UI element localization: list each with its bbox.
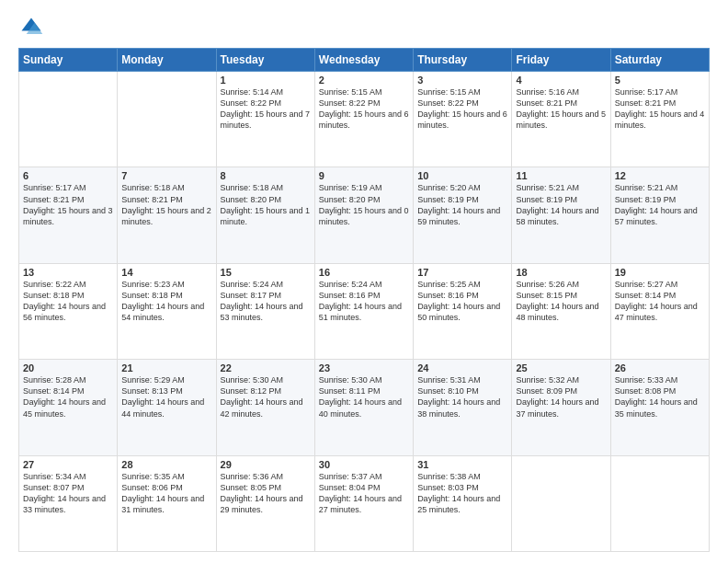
calendar-cell [19, 72, 118, 167]
calendar-cell: 15Sunrise: 5:24 AMSunset: 8:17 PMDayligh… [216, 263, 314, 359]
calendar-table: SundayMondayTuesdayWednesdayThursdayFrid… [18, 48, 710, 552]
day-info: Sunrise: 5:33 AMSunset: 8:08 PMDaylight:… [615, 374, 705, 419]
day-number: 12 [615, 170, 705, 181]
day-number: 9 [319, 170, 409, 181]
calendar-cell [118, 72, 216, 167]
calendar-cell: 26Sunrise: 5:33 AMSunset: 8:08 PMDayligh… [610, 360, 709, 455]
day-info: Sunrise: 5:21 AMSunset: 8:19 PMDaylight:… [516, 182, 606, 227]
calendar-cell: 24Sunrise: 5:31 AMSunset: 8:10 PMDayligh… [414, 360, 512, 455]
weekday-header: Thursday [414, 49, 512, 72]
day-number: 2 [319, 75, 409, 86]
calendar-cell: 25Sunrise: 5:32 AMSunset: 8:09 PMDayligh… [512, 360, 610, 455]
day-info: Sunrise: 5:37 AMSunset: 8:04 PMDaylight:… [319, 471, 409, 516]
day-info: Sunrise: 5:35 AMSunset: 8:06 PMDaylight:… [121, 471, 211, 516]
day-number: 24 [417, 362, 507, 373]
day-number: 10 [417, 170, 507, 181]
calendar-cell: 4Sunrise: 5:16 AMSunset: 8:21 PMDaylight… [512, 72, 610, 167]
calendar-cell: 16Sunrise: 5:24 AMSunset: 8:16 PMDayligh… [314, 263, 413, 359]
day-info: Sunrise: 5:32 AMSunset: 8:09 PMDaylight:… [516, 374, 606, 419]
day-number: 23 [319, 362, 409, 373]
day-info: Sunrise: 5:29 AMSunset: 8:13 PMDaylight:… [121, 374, 211, 419]
day-info: Sunrise: 5:28 AMSunset: 8:14 PMDaylight:… [23, 374, 113, 419]
weekday-header: Sunday [19, 49, 118, 72]
day-number: 27 [23, 459, 113, 470]
day-info: Sunrise: 5:25 AMSunset: 8:16 PMDaylight:… [417, 279, 507, 324]
day-number: 14 [121, 267, 211, 278]
weekday-header: Monday [118, 49, 216, 72]
day-number: 28 [121, 459, 211, 470]
day-number: 16 [319, 267, 409, 278]
calendar-cell: 30Sunrise: 5:37 AMSunset: 8:04 PMDayligh… [314, 455, 413, 551]
calendar-cell: 9Sunrise: 5:19 AMSunset: 8:20 PMDaylight… [314, 167, 413, 263]
day-number: 8 [221, 170, 311, 181]
day-number: 29 [221, 459, 311, 470]
calendar-cell: 7Sunrise: 5:18 AMSunset: 8:21 PMDaylight… [118, 167, 216, 263]
calendar-cell [512, 455, 610, 551]
weekday-header: Wednesday [314, 49, 413, 72]
calendar-cell: 8Sunrise: 5:18 AMSunset: 8:20 PMDaylight… [216, 167, 314, 263]
day-info: Sunrise: 5:15 AMSunset: 8:22 PMDaylight:… [417, 86, 507, 132]
day-number: 25 [516, 362, 606, 373]
day-info: Sunrise: 5:31 AMSunset: 8:10 PMDaylight:… [417, 374, 507, 419]
day-number: 18 [516, 267, 606, 278]
calendar-cell: 19Sunrise: 5:27 AMSunset: 8:14 PMDayligh… [610, 263, 709, 359]
day-number: 21 [121, 362, 211, 373]
calendar-week-row: 1Sunrise: 5:14 AMSunset: 8:22 PMDaylight… [19, 72, 710, 167]
calendar-cell: 31Sunrise: 5:38 AMSunset: 8:03 PMDayligh… [414, 455, 512, 551]
calendar-cell: 5Sunrise: 5:17 AMSunset: 8:21 PMDaylight… [610, 72, 709, 167]
day-info: Sunrise: 5:14 AMSunset: 8:22 PMDaylight:… [221, 86, 311, 132]
logo-icon [18, 15, 44, 40]
day-number: 15 [221, 267, 311, 278]
calendar-cell: 22Sunrise: 5:30 AMSunset: 8:12 PMDayligh… [216, 360, 314, 455]
day-info: Sunrise: 5:24 AMSunset: 8:17 PMDaylight:… [221, 279, 311, 324]
calendar-cell: 28Sunrise: 5:35 AMSunset: 8:06 PMDayligh… [118, 455, 216, 551]
day-number: 26 [615, 362, 705, 373]
day-info: Sunrise: 5:22 AMSunset: 8:18 PMDaylight:… [23, 279, 113, 324]
day-info: Sunrise: 5:24 AMSunset: 8:16 PMDaylight:… [319, 279, 409, 324]
calendar-week-row: 6Sunrise: 5:17 AMSunset: 8:21 PMDaylight… [19, 167, 710, 263]
day-info: Sunrise: 5:18 AMSunset: 8:20 PMDaylight:… [221, 182, 311, 227]
day-number: 3 [417, 75, 507, 86]
day-number: 1 [221, 75, 311, 86]
day-info: Sunrise: 5:30 AMSunset: 8:11 PMDaylight:… [319, 374, 409, 419]
calendar-cell: 27Sunrise: 5:34 AMSunset: 8:07 PMDayligh… [19, 455, 118, 551]
calendar-cell: 10Sunrise: 5:20 AMSunset: 8:19 PMDayligh… [414, 167, 512, 263]
day-info: Sunrise: 5:17 AMSunset: 8:21 PMDaylight:… [23, 182, 113, 227]
header [18, 15, 710, 40]
weekday-header: Saturday [610, 49, 709, 72]
calendar-cell: 12Sunrise: 5:21 AMSunset: 8:19 PMDayligh… [610, 167, 709, 263]
day-info: Sunrise: 5:19 AMSunset: 8:20 PMDaylight:… [319, 182, 409, 227]
day-number: 7 [121, 170, 211, 181]
calendar-cell: 14Sunrise: 5:23 AMSunset: 8:18 PMDayligh… [118, 263, 216, 359]
day-info: Sunrise: 5:18 AMSunset: 8:21 PMDaylight:… [121, 182, 211, 227]
day-info: Sunrise: 5:27 AMSunset: 8:14 PMDaylight:… [615, 279, 705, 324]
logo [18, 15, 48, 40]
calendar-cell: 13Sunrise: 5:22 AMSunset: 8:18 PMDayligh… [19, 263, 118, 359]
day-number: 30 [319, 459, 409, 470]
calendar-cell: 18Sunrise: 5:26 AMSunset: 8:15 PMDayligh… [512, 263, 610, 359]
calendar-cell: 29Sunrise: 5:36 AMSunset: 8:05 PMDayligh… [216, 455, 314, 551]
calendar-cell: 3Sunrise: 5:15 AMSunset: 8:22 PMDaylight… [414, 72, 512, 167]
day-info: Sunrise: 5:26 AMSunset: 8:15 PMDaylight:… [516, 279, 606, 324]
calendar-cell: 2Sunrise: 5:15 AMSunset: 8:22 PMDaylight… [314, 72, 413, 167]
day-number: 4 [516, 75, 606, 86]
calendar-cell: 23Sunrise: 5:30 AMSunset: 8:11 PMDayligh… [314, 360, 413, 455]
calendar-week-row: 20Sunrise: 5:28 AMSunset: 8:14 PMDayligh… [19, 360, 710, 455]
day-number: 19 [615, 267, 705, 278]
day-number: 22 [221, 362, 311, 373]
day-info: Sunrise: 5:23 AMSunset: 8:18 PMDaylight:… [121, 279, 211, 324]
day-info: Sunrise: 5:17 AMSunset: 8:21 PMDaylight:… [615, 86, 705, 132]
weekday-header: Friday [512, 49, 610, 72]
day-info: Sunrise: 5:36 AMSunset: 8:05 PMDaylight:… [221, 471, 311, 516]
day-number: 17 [417, 267, 507, 278]
calendar-cell: 1Sunrise: 5:14 AMSunset: 8:22 PMDaylight… [216, 72, 314, 167]
day-number: 6 [23, 170, 113, 181]
calendar-cell: 6Sunrise: 5:17 AMSunset: 8:21 PMDaylight… [19, 167, 118, 263]
day-info: Sunrise: 5:16 AMSunset: 8:21 PMDaylight:… [516, 86, 606, 132]
calendar-cell: 17Sunrise: 5:25 AMSunset: 8:16 PMDayligh… [414, 263, 512, 359]
calendar-cell: 20Sunrise: 5:28 AMSunset: 8:14 PMDayligh… [19, 360, 118, 455]
calendar-cell [610, 455, 709, 551]
calendar-week-row: 13Sunrise: 5:22 AMSunset: 8:18 PMDayligh… [19, 263, 710, 359]
day-info: Sunrise: 5:21 AMSunset: 8:19 PMDaylight:… [615, 182, 705, 227]
weekday-header: Tuesday [216, 49, 314, 72]
